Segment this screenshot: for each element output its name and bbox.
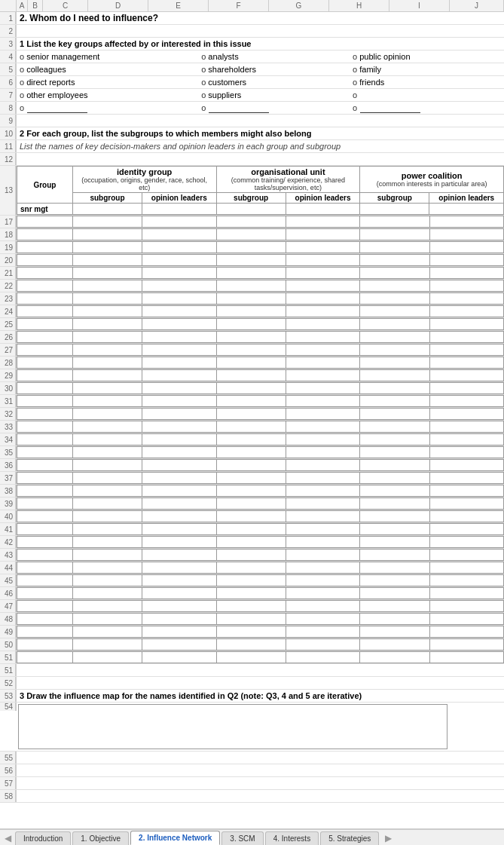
data-cell[interactable]	[142, 575, 216, 586]
data-cell[interactable]	[142, 434, 216, 445]
data-cell[interactable]	[72, 216, 142, 228]
data-cell[interactable]	[286, 550, 359, 561]
data-cell[interactable]	[72, 460, 142, 471]
data-cell[interactable]	[72, 626, 142, 638]
data-cell[interactable]	[216, 601, 286, 612]
data-cell[interactable]	[429, 524, 503, 535]
group-cell-29[interactable]	[17, 370, 73, 381]
data-cell[interactable]	[360, 626, 429, 638]
data-cell[interactable]	[429, 319, 503, 330]
data-cell[interactable]	[360, 524, 429, 535]
data-cell[interactable]	[429, 498, 503, 510]
data-cell[interactable]	[72, 639, 142, 651]
data-cell[interactable]	[216, 588, 286, 599]
group-cell-21[interactable]	[17, 268, 73, 279]
data-cell[interactable]	[216, 383, 286, 394]
table-row[interactable]	[17, 319, 504, 330]
data-cell[interactable]	[216, 344, 286, 356]
data-cell[interactable]	[360, 370, 429, 381]
data-cell[interactable]	[72, 498, 142, 510]
table-row[interactable]	[17, 550, 504, 561]
data-cell[interactable]	[286, 255, 359, 266]
data-cell[interactable]	[429, 652, 503, 663]
blank-field-83[interactable]	[360, 103, 420, 113]
group-cell-44[interactable]	[17, 562, 73, 574]
data-cell[interactable]	[216, 614, 286, 625]
data-cell[interactable]	[72, 242, 142, 253]
data-cell[interactable]	[142, 280, 216, 292]
group-cell-38[interactable]	[17, 485, 73, 497]
table-row[interactable]	[17, 421, 504, 433]
data-cell[interactable]	[216, 511, 286, 522]
data-cell[interactable]	[429, 460, 503, 471]
data-cell[interactable]	[142, 626, 216, 638]
data-cell[interactable]	[142, 447, 216, 458]
group-cell-33[interactable]	[17, 421, 73, 433]
data-cell[interactable]	[286, 652, 359, 663]
data-cell[interactable]	[360, 332, 429, 343]
data-cell[interactable]	[360, 485, 429, 497]
data-cell[interactable]	[142, 601, 216, 612]
table-row[interactable]	[17, 332, 504, 343]
table-row[interactable]	[17, 409, 504, 420]
table-row[interactable]	[17, 562, 504, 574]
data-cell[interactable]	[360, 460, 429, 471]
group-cell-30[interactable]	[17, 383, 73, 394]
data-cell[interactable]	[429, 293, 503, 305]
data-cell[interactable]	[72, 537, 142, 548]
data-cell[interactable]	[360, 511, 429, 522]
data-cell[interactable]	[142, 550, 216, 561]
table-row[interactable]	[17, 370, 504, 381]
data-cell[interactable]	[286, 626, 359, 638]
data-cell[interactable]	[429, 434, 503, 445]
data-cell[interactable]	[286, 537, 359, 548]
data-cell[interactable]	[429, 601, 503, 612]
data-cell[interactable]	[360, 216, 429, 228]
data-cell[interactable]	[360, 652, 429, 663]
data-cell[interactable]	[360, 550, 429, 561]
data-cell[interactable]	[360, 357, 429, 369]
data-cell[interactable]	[216, 639, 286, 651]
data-cell[interactable]	[72, 383, 142, 394]
data-cell[interactable]	[286, 601, 359, 612]
group-cell-20[interactable]	[17, 255, 73, 266]
data-cell[interactable]	[286, 242, 359, 253]
data-cell[interactable]	[360, 344, 429, 356]
data-cell[interactable]	[360, 537, 429, 548]
table-row[interactable]	[17, 485, 504, 497]
group-cell-23[interactable]	[17, 293, 73, 305]
data-cell[interactable]	[360, 498, 429, 510]
data-cell[interactable]	[216, 460, 286, 471]
group-cell-24[interactable]	[17, 306, 73, 317]
table-row[interactable]	[17, 344, 504, 356]
data-cell[interactable]	[72, 485, 142, 497]
data-cell[interactable]	[142, 357, 216, 369]
group-cell-41[interactable]	[17, 524, 73, 535]
group-cell-36[interactable]	[17, 460, 73, 471]
data-cell[interactable]	[142, 306, 216, 317]
group-cell-34[interactable]	[17, 434, 73, 445]
table-row[interactable]	[17, 524, 504, 535]
data-cell[interactable]	[72, 601, 142, 612]
data-cell[interactable]	[72, 434, 142, 445]
data-cell[interactable]	[286, 268, 359, 279]
data-cell[interactable]	[72, 396, 142, 407]
data-cell[interactable]	[216, 524, 286, 535]
data-cell[interactable]	[216, 652, 286, 663]
data-cell[interactable]	[216, 447, 286, 458]
data-cell[interactable]	[72, 204, 142, 215]
data-cell[interactable]	[286, 639, 359, 651]
table-row[interactable]	[17, 601, 504, 612]
data-cell[interactable]	[429, 357, 503, 369]
data-cell[interactable]	[72, 280, 142, 292]
data-cell[interactable]	[360, 588, 429, 599]
data-cell[interactable]	[142, 498, 216, 510]
group-cell-51[interactable]	[17, 652, 73, 663]
data-cell[interactable]	[72, 447, 142, 458]
data-cell[interactable]	[216, 306, 286, 317]
data-cell[interactable]	[286, 485, 359, 497]
blank-field-81[interactable]	[27, 103, 87, 113]
data-cell[interactable]	[216, 216, 286, 228]
data-cell[interactable]	[429, 537, 503, 548]
data-cell[interactable]	[286, 447, 359, 458]
